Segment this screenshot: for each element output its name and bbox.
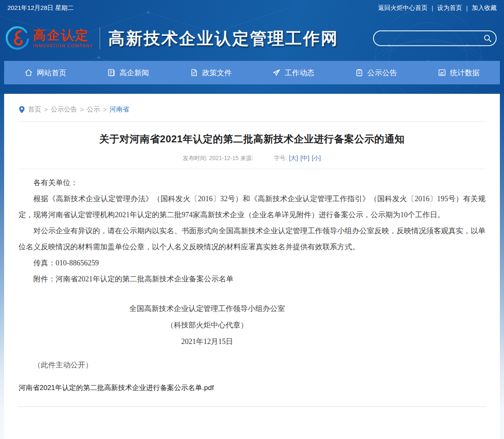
breadcrumb-announcements[interactable]: 公示公告 <box>51 105 77 114</box>
logo-text: 高企认定 INNOVATION COMPANY <box>33 29 93 48</box>
font-size-medium-button[interactable]: [中] <box>300 155 309 161</box>
source-label: 来源: <box>240 155 253 161</box>
home-icon <box>24 68 33 77</box>
breadcrumb: 首页 > 公示公告 > 公示 > 河南省 <box>19 94 485 121</box>
nav-label: 公示公告 <box>367 68 397 78</box>
add-favorite-link[interactable]: 加入收藏 <box>472 4 497 12</box>
article-title: 关于对河南省2021年认定的第二批高新技术企业进行备案公示的通知 <box>19 132 485 146</box>
breadcrumb-henan[interactable]: 河南省 <box>110 105 129 114</box>
nav-label: 工作动态 <box>285 68 314 78</box>
swirl-logo-icon <box>6 26 30 50</box>
paragraph-objection: 对公示企业有异议的，请在公示期内以实名、书面形式向全国高新技术企业认定管理工作领… <box>19 223 485 255</box>
breadcrumb-separator: > <box>80 106 84 114</box>
clipboard-icon <box>355 68 364 77</box>
topbar-separator: | <box>466 5 468 12</box>
nav-label: 统计数据 <box>450 68 480 78</box>
topbar-links: 返回火炬中心首页 | 设为首页 | 加入收藏 <box>378 4 497 12</box>
main-nav: 网站首页 高企新闻 政策文件 工作动态 <box>4 61 500 84</box>
signature-block: 全国高新技术企业认定管理工作领导小组办公室 （科技部火炬中心代章） 2021年1… <box>19 300 396 350</box>
nav-item-announcements[interactable]: 公示公告 <box>335 61 418 84</box>
nav-item-worktrends[interactable]: 工作动态 <box>252 61 335 84</box>
paper-plane-icon <box>272 68 281 77</box>
bottom-divider <box>19 406 485 407</box>
topbar: 2021年12月28日 星期二 返回火炬中心首页 | 设为首页 | 加入收藏 <box>0 0 504 16</box>
nav-label: 网站首页 <box>37 68 66 78</box>
site-header: 2021年12月28日 星期二 返回火炬中心首页 | 设为首页 | 加入收藏 高… <box>0 0 504 94</box>
disclosure-note: （此件主动公开） <box>19 357 485 373</box>
publish-date: 2021-12-15 <box>209 155 239 161</box>
search-input[interactable] <box>374 31 479 45</box>
header-row: 高企认定 INNOVATION COMPANY 高新技术企业认定管理工作网 <box>0 16 504 61</box>
site-title: 高新技术企业认定管理工作网 <box>108 27 338 50</box>
site-logo[interactable]: 高企认定 INNOVATION COMPANY <box>6 26 93 50</box>
breadcrumb-separator: > <box>44 106 48 114</box>
font-size-small-button[interactable]: [小] <box>312 155 321 161</box>
attachment-line: 附件：河南省2021年认定的第二批高新技术企业备案公示名单 <box>19 271 485 287</box>
attachment-pdf-link[interactable]: 河南省2021年认定的第二批高新技术企业进行备案公示名单.pdf <box>19 380 214 396</box>
content-card: 首页 > 公示公告 > 公示 > 河南省 关于对河南省2021年认定的第二批高新… <box>4 94 500 439</box>
current-date: 2021年12月28日 星期二 <box>7 4 74 12</box>
font-size-label: 字号: <box>274 155 287 161</box>
publish-time-label: 发布时间: <box>183 155 208 161</box>
signature-office: 全国高新技术企业认定管理工作领导小组办公室 <box>19 300 396 317</box>
search-box <box>373 30 497 46</box>
set-homepage-link[interactable]: 设为首页 <box>437 4 462 12</box>
news-icon <box>107 68 116 77</box>
salutation: 各有关单位： <box>19 175 485 191</box>
signature-date: 2021年12月15日 <box>19 333 396 350</box>
nav-item-statistics[interactable]: 统计数据 <box>417 61 500 84</box>
topbar-separator: | <box>432 5 433 12</box>
nav-item-news[interactable]: 高企新闻 <box>87 61 170 84</box>
return-torch-home-link[interactable]: 返回火炬中心首页 <box>378 4 427 12</box>
nav-label: 政策文件 <box>202 68 232 78</box>
logo-title-divider <box>100 28 100 49</box>
breadcrumb-home[interactable]: 首页 <box>28 105 41 114</box>
chart-icon <box>438 68 446 77</box>
document-icon <box>190 68 198 77</box>
article-header: 关于对河南省2021年认定的第二批高新技术企业进行备案公示的通知 发布时间: 2… <box>19 122 485 162</box>
logo-cn-text: 高企认定 <box>33 29 93 42</box>
location-pin-icon <box>19 106 25 114</box>
nav-label: 高企新闻 <box>119 68 149 78</box>
logo-en-text: INNOVATION COMPANY <box>33 44 93 48</box>
signature-seal-note: （科技部火炬中心代章） <box>19 317 396 333</box>
article-body: 各有关单位： 根据《高新技术企业认定管理办法》（国科发火〔2016〕32号）和《… <box>19 169 485 396</box>
search-button[interactable] <box>479 31 496 45</box>
breadcrumb-publicity[interactable]: 公示 <box>87 105 100 114</box>
nav-item-policy[interactable]: 政策文件 <box>169 61 252 84</box>
breadcrumb-separator: > <box>103 106 107 114</box>
paragraph-basis: 根据《高新技术企业认定管理办法》（国科发火〔2016〕32号）和《高新技术企业认… <box>19 191 485 223</box>
font-size-large-button[interactable]: [大] <box>289 155 298 161</box>
nav-item-home[interactable]: 网站首页 <box>4 61 87 84</box>
search-icon <box>483 34 492 43</box>
article-meta: 发布时间: 2021-12-15 来源: 字号: [大] [中] [小] <box>19 155 485 162</box>
fax-line: 传真：010-88656259 <box>19 255 485 271</box>
